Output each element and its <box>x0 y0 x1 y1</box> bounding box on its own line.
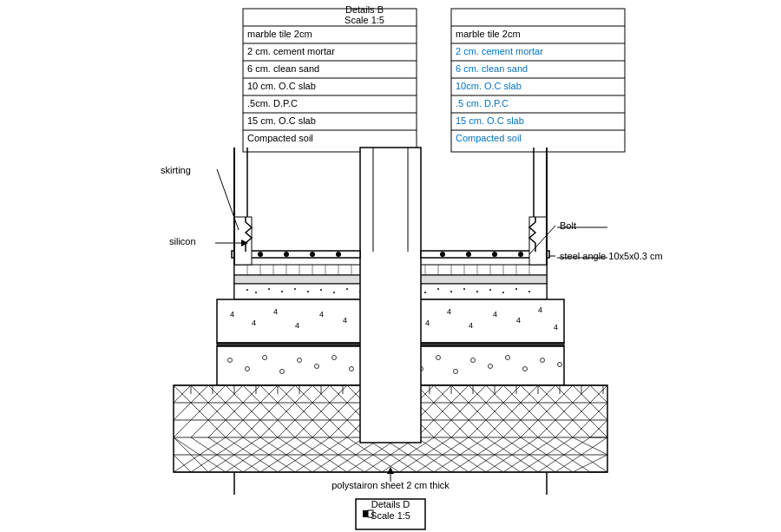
svg-text:4: 4 <box>447 307 451 316</box>
left-row-3: 6 cm. clean sand <box>247 63 319 74</box>
right-row-4: 10cm. O.C slab <box>456 81 522 91</box>
svg-point-51 <box>294 288 296 290</box>
right-row-7: Compacted soil <box>456 133 522 143</box>
svg-point-60 <box>450 291 452 292</box>
left-row-1: marble tile 2cm <box>247 29 312 39</box>
details-b-title: Details B <box>312 4 417 15</box>
svg-text:4: 4 <box>273 307 278 316</box>
svg-point-250 <box>284 252 289 257</box>
svg-point-63 <box>489 289 491 291</box>
svg-text:4: 4 <box>319 310 324 319</box>
svg-point-47 <box>246 289 248 291</box>
steel-angle-label: steel angle 10x5x0.3 cm <box>560 251 663 261</box>
svg-point-58 <box>424 292 426 293</box>
svg-text:4: 4 <box>295 321 299 330</box>
right-row-6: 15 cm. O.C slab <box>456 115 524 126</box>
right-row-1: marble tile 2cm <box>456 29 521 39</box>
svg-point-55 <box>346 288 348 290</box>
svg-point-251 <box>310 252 315 257</box>
right-row-3: 6 cm. clean sand <box>456 63 528 74</box>
svg-point-59 <box>437 288 439 290</box>
details-d-scale: Scale 1:5 <box>356 510 425 521</box>
svg-point-53 <box>320 289 322 291</box>
svg-point-62 <box>476 291 478 292</box>
left-row-7: Compacted soil <box>247 133 313 143</box>
details-d-title: Details D <box>356 499 425 509</box>
svg-text:4: 4 <box>516 316 521 325</box>
svg-point-61 <box>463 288 465 290</box>
svg-text:4: 4 <box>343 316 347 325</box>
left-row-2: 2 cm. cement mortar <box>247 46 335 56</box>
svg-text:4: 4 <box>230 310 234 319</box>
svg-text:4: 4 <box>538 305 542 314</box>
svg-rect-242 <box>360 148 421 443</box>
polystairon-label: polystairon sheet 2 cm thick <box>286 480 495 490</box>
technical-drawing: 4 4 4 4 4 4 4 4 4 4 4 4 4 4 4 4 <box>0 0 781 532</box>
bolt-label: Bolt <box>560 220 576 231</box>
main-container: 4 4 4 4 4 4 4 4 4 4 4 4 4 4 4 4 <box>0 0 781 532</box>
svg-point-254 <box>466 252 471 257</box>
left-row-6: 15 cm. O.C slab <box>247 115 316 126</box>
right-row-5: .5 cm. D.P.C <box>456 98 509 108</box>
svg-point-252 <box>336 252 341 257</box>
right-row-2: 2 cm. cement mortar <box>456 46 543 56</box>
svg-point-253 <box>440 252 445 257</box>
svg-point-64 <box>502 292 504 293</box>
svg-text:4: 4 <box>252 319 256 327</box>
details-b-scale: Scale 1:5 <box>312 15 417 25</box>
svg-text:4: 4 <box>469 321 473 330</box>
svg-text:4: 4 <box>493 310 497 319</box>
svg-point-256 <box>518 252 523 257</box>
svg-point-49 <box>268 288 270 290</box>
left-row-4: 10 cm. O.C slab <box>247 81 316 91</box>
silicon-label: silicon <box>169 236 196 246</box>
svg-point-54 <box>333 292 335 293</box>
svg-point-249 <box>258 252 263 257</box>
svg-text:4: 4 <box>554 323 558 332</box>
svg-point-66 <box>528 291 530 292</box>
svg-point-255 <box>492 252 497 257</box>
svg-point-52 <box>307 291 309 292</box>
skirting-label: skirting <box>161 165 191 175</box>
svg-text:4: 4 <box>425 319 430 327</box>
svg-point-65 <box>515 288 517 290</box>
svg-point-48 <box>255 292 257 293</box>
left-row-5: .5cm. D.P.C <box>247 98 298 108</box>
svg-point-50 <box>281 291 283 292</box>
